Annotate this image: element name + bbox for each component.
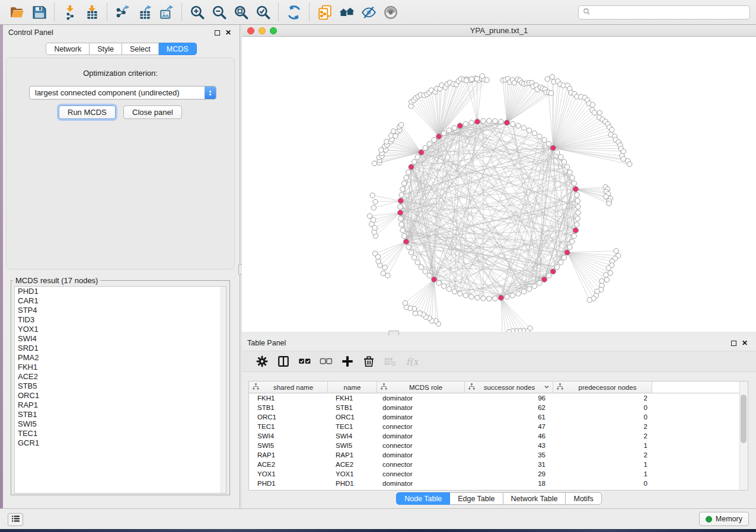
home-button[interactable] xyxy=(336,2,358,23)
zoom-in-button[interactable] xyxy=(186,2,208,23)
criterion-label: Optimization criterion: xyxy=(7,69,234,78)
close-panel-button[interactable]: Close panel xyxy=(123,105,182,119)
cell: 62 xyxy=(465,404,553,411)
close-panel-icon[interactable]: ✕ xyxy=(225,30,231,36)
control-panel-title: Control Panel xyxy=(8,28,53,37)
close-panel-icon[interactable]: ✕ xyxy=(742,341,748,346)
mcds-result-item[interactable]: ACE2 xyxy=(15,372,226,382)
mcds-result-item[interactable]: SWI4 xyxy=(15,334,226,344)
mcds-result-list[interactable]: PHD1CAR1STP4TID3YOX1SWI4SRD1PMA2FKH1ACE2… xyxy=(14,286,227,493)
run-mcds-button[interactable]: Run MCDS xyxy=(59,105,116,119)
zoom-fit-button[interactable] xyxy=(230,2,252,23)
float-panel-icon[interactable] xyxy=(731,341,736,346)
export-network-button[interactable] xyxy=(111,2,133,23)
table-row[interactable]: SWI5SWI5connector431 xyxy=(249,441,748,450)
table-row[interactable]: FKH1FKH1dominator962 xyxy=(249,393,748,403)
mcds-result-item[interactable]: SWI5 xyxy=(15,419,226,429)
table-row[interactable]: PHD1PHD1dominator180 xyxy=(249,479,748,488)
table-row[interactable]: ACE2ACE2connector311 xyxy=(249,460,748,469)
float-panel-icon[interactable] xyxy=(215,30,220,36)
tab-network[interactable]: Network xyxy=(46,43,90,55)
mcds-result-item[interactable]: PMA2 xyxy=(15,353,226,363)
cell: connector xyxy=(377,461,465,468)
open-folder-icon xyxy=(9,5,25,20)
cell: 2 xyxy=(553,432,652,440)
mcds-list-scrollbar[interactable] xyxy=(221,287,226,493)
tab-select[interactable]: Select xyxy=(122,43,159,55)
table-row[interactable]: RAP1RAP1dominator352 xyxy=(249,450,748,460)
deselect-all-button[interactable] xyxy=(315,352,337,370)
add-button[interactable] xyxy=(337,352,358,370)
cell: RAP1 xyxy=(328,451,377,459)
search-box[interactable] xyxy=(578,5,750,20)
toggle-columns-button[interactable] xyxy=(273,352,294,370)
criterion-select[interactable]: largest connected component (undirected)… xyxy=(29,86,216,100)
column-header-predecessor-nodes[interactable]: predecessor nodes xyxy=(553,382,652,393)
search-input[interactable] xyxy=(594,8,745,17)
open-session-button[interactable] xyxy=(6,2,28,23)
import-table-icon xyxy=(84,5,100,20)
show-details-button[interactable] xyxy=(379,2,401,23)
task-history-button[interactable] xyxy=(8,513,23,526)
mcds-result-item[interactable]: TID3 xyxy=(15,315,226,325)
export-table-button[interactable] xyxy=(133,2,155,23)
table-body: FKH1FKH1dominator962STB1STB1dominator620… xyxy=(249,393,748,488)
save-session-button[interactable] xyxy=(28,2,50,23)
column-header-shared-name[interactable]: shared name xyxy=(249,382,328,393)
mcds-result-item[interactable]: FKH1 xyxy=(15,363,226,372)
network-canvas[interactable] xyxy=(242,37,756,332)
mcds-result-item[interactable]: PHD1 xyxy=(15,287,226,296)
table-row[interactable]: SWI4SWI4dominator462 xyxy=(249,431,748,441)
table-panel-title: Table Panel xyxy=(247,339,286,347)
mcds-result-item[interactable]: GCR1 xyxy=(15,438,226,448)
mcds-result-item[interactable]: TEC1 xyxy=(15,429,226,438)
tab-motifs[interactable]: Motifs xyxy=(566,492,601,505)
table-header-row: shared namenameMCDS rolesuccessor nodesp… xyxy=(249,382,748,393)
network-document-button[interactable] xyxy=(314,2,336,23)
zoom-selected-button[interactable] xyxy=(252,2,274,23)
list-icon xyxy=(11,514,21,526)
cell: ACE2 xyxy=(249,461,328,468)
control-panel: Control Panel ✕ NetworkStyleSelectMCDS O… xyxy=(3,25,240,508)
import-table-button[interactable] xyxy=(81,2,103,23)
mcds-result-item[interactable]: STB5 xyxy=(15,382,226,391)
table-row[interactable]: YOX1YOX1connector291 xyxy=(249,469,748,479)
memory-button[interactable]: Memory xyxy=(699,512,749,526)
delete-button[interactable] xyxy=(358,352,379,370)
function-builder-button[interactable]: f(x) xyxy=(401,352,422,370)
zoom-selected-icon xyxy=(256,5,271,20)
mcds-result-item[interactable]: ORC1 xyxy=(15,391,226,400)
table-row[interactable]: STB1STB1dominator620 xyxy=(249,403,748,412)
column-header-successor-nodes[interactable]: successor nodes xyxy=(465,382,553,393)
table-row[interactable]: ORC1ORC1dominator610 xyxy=(249,412,748,422)
refresh-network-button[interactable] xyxy=(283,2,305,23)
zoom-out-button[interactable] xyxy=(208,2,230,23)
hide-annotations-button[interactable] xyxy=(358,2,379,23)
mcds-result-item[interactable]: STP4 xyxy=(15,306,226,315)
zoom-fit-icon xyxy=(234,5,249,20)
tab-mcds[interactable]: MCDS xyxy=(159,43,197,55)
import-network-button[interactable] xyxy=(59,2,81,23)
mcds-result-item[interactable]: SRD1 xyxy=(15,344,226,353)
tab-node-table[interactable]: Node Table xyxy=(396,492,450,505)
table-scrollbar[interactable] xyxy=(739,382,748,490)
cell: 0 xyxy=(553,414,652,421)
select-all-button[interactable] xyxy=(294,352,315,370)
mcds-result-item[interactable]: YOX1 xyxy=(15,325,226,334)
mcds-result-item[interactable]: CAR1 xyxy=(15,296,226,306)
table-tab-group: Node TableEdge TableNetwork TableMotifs xyxy=(396,492,602,505)
column-header-name[interactable]: name xyxy=(328,382,377,393)
table-settings-button[interactable] xyxy=(251,352,273,370)
mcds-result-item[interactable]: RAP1 xyxy=(15,400,226,410)
cell: 96 xyxy=(465,395,553,402)
column-header-MCDS-role[interactable]: MCDS role xyxy=(377,382,465,393)
mcds-result-item[interactable]: STB1 xyxy=(15,410,226,419)
delete-table-button[interactable] xyxy=(379,352,401,370)
tab-network-table[interactable]: Network Table xyxy=(503,492,566,505)
tab-edge-table[interactable]: Edge Table xyxy=(450,492,503,505)
select-all-icon xyxy=(298,355,311,368)
export-image-button[interactable] xyxy=(155,2,177,23)
scrollbar-thumb[interactable] xyxy=(741,395,747,443)
table-row[interactable]: TEC1TEC1connector472 xyxy=(249,422,748,431)
tab-style[interactable]: Style xyxy=(90,43,122,55)
